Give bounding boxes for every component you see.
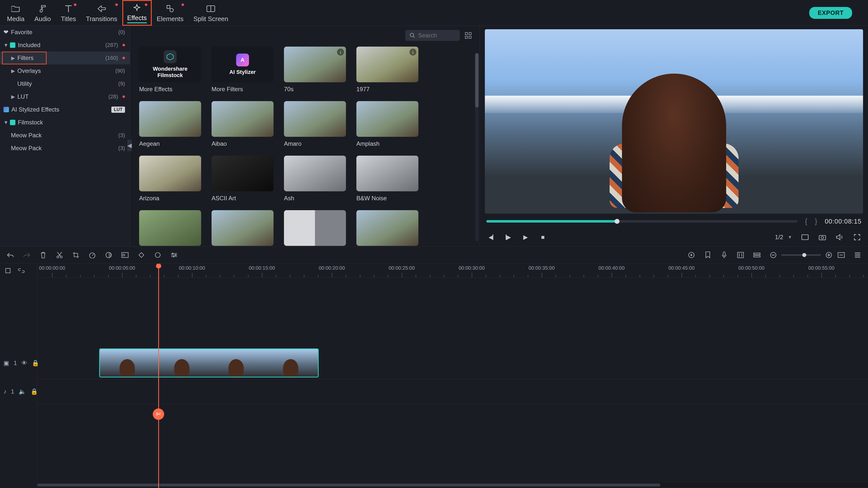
sidebar-filmstock[interactable]: ▼ Filmstock xyxy=(0,116,130,129)
volume-icon[interactable] xyxy=(835,233,844,242)
sidebar-utility[interactable]: ▶ Utility (9) xyxy=(0,77,130,90)
effect-ascii-art[interactable]: ASCII Art xyxy=(212,156,274,202)
effect-beautify[interactable]: Beautify xyxy=(356,210,418,246)
color-icon[interactable] xyxy=(104,251,113,259)
effect-card-more-effects[interactable]: WondershareFilmstock More Effects xyxy=(139,46,201,93)
video-clip[interactable]: ▶C00... xyxy=(99,349,319,378)
scissors-icon[interactable]: ✄ xyxy=(153,409,164,420)
sidebar-meow2[interactable]: Meow Pack (3) xyxy=(0,142,130,155)
sidebar-overlays-label: Overlays xyxy=(18,67,41,74)
snapshot-icon[interactable] xyxy=(818,233,827,242)
search-input-wrap[interactable] xyxy=(405,30,460,41)
zoom-slider[interactable] xyxy=(781,254,821,256)
video-track-header[interactable]: ▣1 👁 🔒 xyxy=(0,347,37,379)
sidebar-ai-effects[interactable]: AI Stylized Effects LUT xyxy=(0,103,130,116)
audio-track-index: 1 xyxy=(11,388,14,395)
mask-icon[interactable] xyxy=(153,251,162,259)
go-start-icon[interactable]: ◀ xyxy=(486,233,495,242)
sidebar-meow1[interactable]: Meow Pack (3) xyxy=(0,129,130,142)
marker-icon[interactable] xyxy=(703,251,712,259)
sidebar-meow2-count: (3) xyxy=(118,145,125,152)
audio-track[interactable] xyxy=(37,379,868,404)
play-icon[interactable]: ▶ xyxy=(521,233,530,242)
mute-icon[interactable]: 🔈 xyxy=(19,388,26,395)
download-icon[interactable]: ↓ xyxy=(409,48,416,56)
preview-progress[interactable] xyxy=(486,220,798,223)
tab-media[interactable]: Media xyxy=(2,0,30,26)
sidebar-favorite[interactable]: ❤ Favorite (0) xyxy=(0,26,130,39)
tab-splitscreen[interactable]: Split Screen xyxy=(188,0,233,26)
mixer-icon[interactable] xyxy=(736,251,745,259)
snap-icon[interactable] xyxy=(3,266,12,275)
tab-titles[interactable]: Titles xyxy=(56,0,81,26)
mark-out-icon[interactable]: } xyxy=(815,217,817,226)
effect-aegean[interactable]: Aegean xyxy=(139,101,201,147)
zoom-fit-icon[interactable] xyxy=(837,251,846,259)
effect-70s[interactable]: ↓70s xyxy=(284,46,346,93)
mark-in-icon[interactable]: { xyxy=(805,217,807,226)
effect-bw-noise[interactable]: B&W Noise xyxy=(356,156,418,202)
svg-rect-21 xyxy=(723,252,725,256)
effect-arizona[interactable]: Arizona xyxy=(139,156,201,202)
effect-card-more-filters[interactable]: AAI Stylizer More Filters xyxy=(212,46,274,93)
svg-rect-22 xyxy=(738,252,744,258)
redo-icon[interactable] xyxy=(22,251,31,259)
tab-effects[interactable]: Effects xyxy=(122,0,152,26)
preview-scale-select[interactable]: 1/2▼ xyxy=(775,234,792,241)
effect-1977[interactable]: ↓1977 xyxy=(356,46,418,93)
voiceover-icon[interactable] xyxy=(720,251,728,259)
split-icon[interactable] xyxy=(55,251,64,259)
effect-bad-tv[interactable]: Bad TV Signal xyxy=(139,210,201,246)
effect-aibao[interactable]: Aibao xyxy=(212,101,274,147)
sidebar-included[interactable]: ▼ Included (287) xyxy=(0,39,130,52)
speed-icon[interactable] xyxy=(88,251,97,259)
effect-amaro[interactable]: Amaro xyxy=(284,101,346,147)
track-add-icon[interactable] xyxy=(752,251,762,259)
fullscreen-icon[interactable] xyxy=(852,233,862,242)
sidebar-lut[interactable]: ▶ LUT (28) xyxy=(0,90,130,103)
zoom-out-icon[interactable] xyxy=(769,251,778,259)
detach-window-icon[interactable] xyxy=(801,233,809,242)
zoom-in-icon[interactable] xyxy=(824,251,833,259)
preview-viewport[interactable] xyxy=(485,29,863,214)
download-icon[interactable]: ↓ xyxy=(337,48,344,56)
link-icon[interactable] xyxy=(17,266,26,275)
tab-effects-label: Effects xyxy=(127,14,147,23)
sidebar-filters[interactable]: ▶ Filters (160) xyxy=(0,52,130,64)
render-icon[interactable] xyxy=(687,251,696,259)
video-track[interactable]: ▶C00... xyxy=(37,347,868,379)
tab-elements[interactable]: Elements xyxy=(152,0,188,26)
adjust-icon[interactable] xyxy=(169,251,179,259)
keyframe-icon[interactable] xyxy=(137,251,146,259)
undo-icon[interactable] xyxy=(6,251,15,259)
sidebar-overlays[interactable]: ▶ Overlays (90) xyxy=(0,64,130,77)
search-input[interactable] xyxy=(418,32,455,39)
crop-icon[interactable] xyxy=(71,251,80,259)
timeline-ruler[interactable]: 00:00:00:0000:00:05:0000:00:10:0000:00:1… xyxy=(37,264,868,278)
effect-amplash[interactable]: Amplash xyxy=(356,101,418,147)
timeline-lanes[interactable]: 00:00:00:0000:00:05:0000:00:10:0000:00:1… xyxy=(37,264,868,488)
playhead[interactable]: ✄ xyxy=(158,264,159,488)
effects-scrollbar[interactable] xyxy=(475,53,478,241)
svg-rect-23 xyxy=(754,253,760,255)
export-button[interactable]: EXPORT xyxy=(809,7,852,19)
step-back-icon[interactable]: ▶ xyxy=(504,233,513,242)
delete-icon[interactable] xyxy=(39,251,48,259)
grid-view-icon[interactable] xyxy=(464,31,473,40)
lock-icon[interactable]: 🔒 xyxy=(31,388,38,395)
tab-transitions[interactable]: Transitions xyxy=(81,0,122,26)
tab-audio[interactable]: Audio xyxy=(30,0,56,26)
effect-ash[interactable]: Ash xyxy=(284,156,346,202)
sidebar-meow1-label: Meow Pack xyxy=(11,132,42,139)
chevron-down-icon: ▼ xyxy=(788,235,792,240)
effect-basic-blur[interactable]: Basic Blur xyxy=(284,210,346,246)
audio-track-header[interactable]: ♪1 🔈 🔒 xyxy=(0,379,37,404)
track-height-icon[interactable] xyxy=(853,251,862,259)
greenscreen-icon[interactable] xyxy=(121,251,129,259)
sidebar-collapse-handle[interactable]: ◀ xyxy=(127,140,132,151)
stop-icon[interactable]: ■ xyxy=(538,233,547,242)
effect-baltan[interactable]: Baltan xyxy=(212,210,274,246)
timeline-h-scrollbar[interactable] xyxy=(37,483,868,487)
effect-label: Amaro xyxy=(284,140,346,147)
visibility-icon[interactable]: 👁 xyxy=(21,360,27,366)
